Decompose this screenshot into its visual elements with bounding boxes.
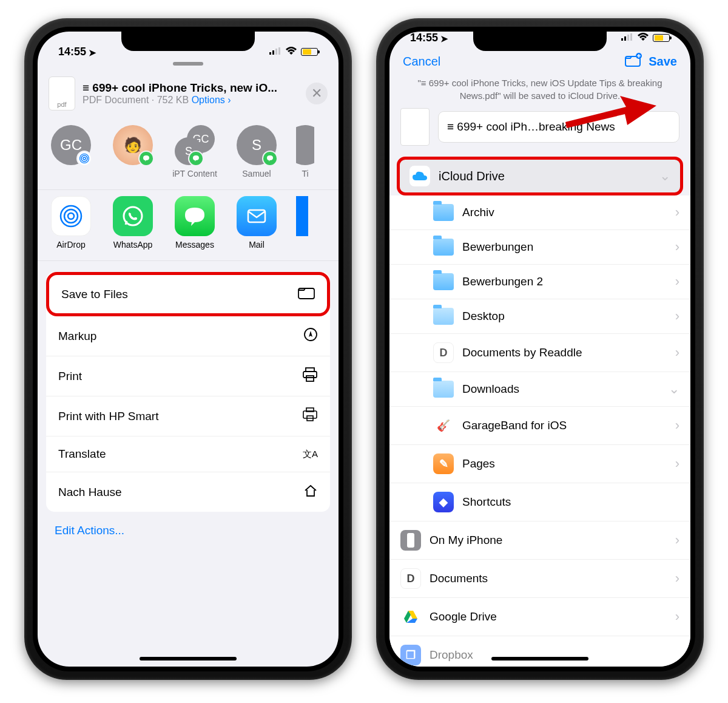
chevron-right-icon: › <box>675 345 679 361</box>
dropbox-icon: ❒ <box>400 645 421 665</box>
iphone-mockup-left: 14:55 ➤ pdf ≡ 699+ cool iPhone Tri <box>24 18 352 680</box>
folder-bewerbungen-2[interactable]: Bewerbungen 2 › <box>389 265 690 299</box>
app-partial[interactable] <box>296 196 308 250</box>
nav-bar: Cancel Save <box>389 47 690 76</box>
svg-point-7 <box>68 213 74 219</box>
home-indicator[interactable] <box>140 657 237 661</box>
location-header-icloud[interactable]: iCloud Drive ⌄ <box>397 157 683 195</box>
cellular-icon <box>621 32 633 44</box>
status-time: 14:55 <box>58 46 86 58</box>
home-indicator[interactable] <box>491 657 588 661</box>
close-button[interactable]: ✕ <box>306 83 328 104</box>
contact-ipt[interactable]: GC S iPT Content <box>172 125 217 178</box>
svg-rect-23 <box>630 33 632 41</box>
airdrop-icon <box>51 196 91 236</box>
options-link[interactable]: Options › <box>192 95 231 105</box>
location-dropbox[interactable]: ❒ Dropbox <box>389 636 690 667</box>
wifi-icon <box>637 32 649 44</box>
app-mail[interactable]: Mail <box>234 196 279 250</box>
location-on-my-iphone[interactable]: On My iPhone › <box>389 521 690 560</box>
filename-row: ≡ 699+ cool iPh…breaking News <box>389 108 690 153</box>
folder-icon <box>433 381 454 398</box>
svg-rect-0 <box>269 52 271 55</box>
folder-icon <box>433 308 454 325</box>
chevron-right-icon: › <box>675 308 679 324</box>
wifi-icon <box>285 46 297 58</box>
mail-icon <box>237 196 277 236</box>
action-save-to-files[interactable]: Save to Files <box>46 272 330 316</box>
status-time: 14:55 <box>410 32 438 44</box>
svg-rect-2 <box>275 49 277 55</box>
filename-input[interactable]: ≡ 699+ cool iPh…breaking News <box>438 111 679 143</box>
svg-rect-16 <box>306 376 314 381</box>
documents-icon: D <box>400 568 421 589</box>
sheet-handle[interactable] <box>38 61 339 69</box>
contact-gc[interactable]: GC <box>49 125 93 169</box>
contacts-row: GC 🧑 <box>38 119 339 190</box>
folders-list: Archiv › Bewerbungen › Bewerbungen 2 › D… <box>389 195 690 667</box>
svg-point-4 <box>83 157 86 160</box>
app-messages[interactable]: Messages <box>172 196 217 250</box>
folder-icon <box>298 286 315 302</box>
folder-documents-readdle[interactable]: D Documents by Readdle › <box>389 334 690 372</box>
shortcuts-icon: ◆ <box>433 492 454 512</box>
battery-icon <box>301 48 318 56</box>
print-icon <box>302 367 318 385</box>
svg-rect-15 <box>303 372 317 378</box>
pages-icon: ✎ <box>433 453 454 474</box>
folder-garageband[interactable]: 🎸 GarageBand for iOS › <box>389 407 690 445</box>
contact-partial[interactable]: Ti <box>296 125 314 178</box>
svg-rect-26 <box>407 533 414 548</box>
document-title: ≡ 699+ cool iPhone Tricks, new iO... <box>83 81 298 95</box>
folder-icon <box>433 204 454 221</box>
pdf-thumbnail: pdf <box>49 76 75 110</box>
app-whatsapp[interactable]: WhatsApp <box>110 196 155 250</box>
svg-point-8 <box>64 209 78 223</box>
cancel-button[interactable]: Cancel <box>403 55 440 69</box>
edit-actions-link[interactable]: Edit Actions... <box>38 512 339 549</box>
share-header: pdf ≡ 699+ cool iPhone Tricks, new iO...… <box>38 69 339 119</box>
location-documents[interactable]: D Documents › <box>389 560 690 598</box>
contact-samuel[interactable]: S Samuel <box>234 125 279 178</box>
chevron-right-icon: › <box>675 532 679 548</box>
svg-rect-11 <box>248 210 265 222</box>
folder-shortcuts[interactable]: ◆ Shortcuts <box>389 483 690 521</box>
document-subtitle: PDF Document · 752 KB Options › <box>83 95 298 106</box>
action-markup[interactable]: Markup <box>46 316 330 356</box>
whatsapp-icon <box>113 196 153 236</box>
contact-memoji[interactable]: 🧑 <box>110 125 155 169</box>
airdrop-badge-icon <box>76 151 92 166</box>
svg-rect-20 <box>621 38 623 41</box>
cellular-icon <box>269 46 281 58</box>
chevron-right-icon: › <box>675 205 679 220</box>
save-button[interactable]: Save <box>649 55 677 69</box>
folder-pages[interactable]: ✎ Pages › <box>389 445 690 483</box>
print-hp-icon <box>302 407 318 425</box>
new-folder-icon[interactable] <box>624 53 642 70</box>
action-print-hp[interactable]: Print with HP Smart <box>46 396 330 436</box>
iphone-icon <box>400 530 421 551</box>
folder-downloads[interactable]: Downloads ⌄ <box>389 372 690 407</box>
messages-badge-icon <box>262 151 278 166</box>
notch <box>473 32 607 51</box>
folder-archiv[interactable]: Archiv › <box>389 195 690 230</box>
action-translate[interactable]: Translate 文A <box>46 436 330 472</box>
save-message: "≡ 699+ cool iPhone Tricks, new iOS Upda… <box>389 76 690 108</box>
action-nach-hause[interactable]: Nach Hause <box>46 472 330 512</box>
location-icon: ➤ <box>440 33 448 44</box>
messages-badge-icon <box>138 151 154 166</box>
messages-badge-icon <box>188 151 204 166</box>
battery-icon <box>653 34 670 42</box>
actions-list: Save to Files Markup Print <box>46 272 330 512</box>
location-google-drive[interactable]: Google Drive › <box>389 598 690 636</box>
action-print[interactable]: Print <box>46 356 330 396</box>
folder-icon <box>433 273 454 290</box>
svg-point-5 <box>81 155 87 161</box>
app-airdrop[interactable]: AirDrop <box>49 196 93 250</box>
folder-bewerbungen[interactable]: Bewerbungen › <box>389 230 690 265</box>
chevron-right-icon: › <box>675 239 679 255</box>
chevron-right-icon: › <box>675 571 679 586</box>
icloud-icon <box>410 166 430 186</box>
messages-icon <box>175 196 215 236</box>
folder-desktop[interactable]: Desktop › <box>389 299 690 334</box>
